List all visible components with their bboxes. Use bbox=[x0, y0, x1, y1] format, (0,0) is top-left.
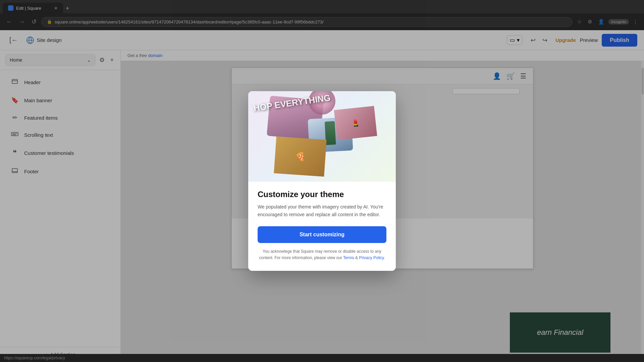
collage-card-4: 💄 bbox=[334, 106, 377, 140]
modal-image: 🍕 💄 HOP EVERYTHING bbox=[248, 91, 396, 182]
terms-link[interactable]: Terms bbox=[343, 255, 354, 260]
customize-theme-modal: 🍕 💄 HOP EVERYTHING Customize your theme … bbox=[248, 91, 396, 270]
modal-description: We populated your theme with imagery cre… bbox=[258, 203, 386, 218]
modal-title: Customize your theme bbox=[258, 190, 386, 199]
modal-footer-period: . bbox=[384, 255, 385, 260]
privacy-policy-link[interactable]: Privacy Policy bbox=[359, 255, 384, 260]
modal-footer-and: & bbox=[355, 255, 358, 260]
modal-overlay[interactable]: 🍕 💄 HOP EVERYTHING Customize your theme … bbox=[0, 0, 644, 362]
collage-card-3: 🍕 bbox=[274, 136, 326, 177]
modal-body: Customize your theme We populated your t… bbox=[248, 182, 396, 270]
start-customizing-button[interactable]: Start customizing bbox=[258, 226, 386, 243]
modal-footer-text: You acknowlege that Square may remove or… bbox=[258, 248, 386, 261]
